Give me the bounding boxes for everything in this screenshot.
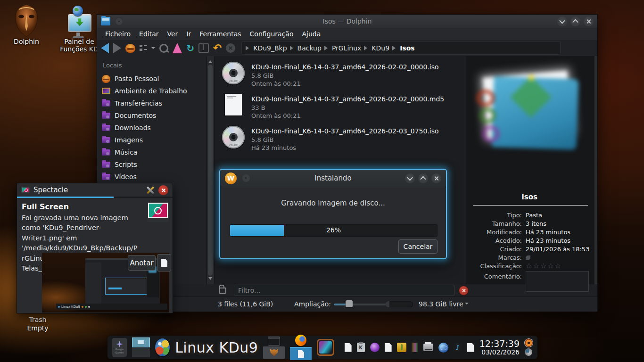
document-tray-icon[interactable] [467,343,474,352]
unlocked-padlock-icon[interactable] [219,288,226,294]
rating-stars[interactable]: ☆☆☆☆☆ [526,262,592,270]
split-view-button[interactable] [198,43,209,53]
stop-button[interactable] [226,43,235,53]
close-filter-button[interactable] [459,286,468,295]
maximize-button[interactable] [570,16,580,26]
close-button[interactable] [584,16,594,26]
configure-notification-icon[interactable] [145,186,155,194]
file-name[interactable]: KDu9-Ion-Final_K6-14-0-37_amd64_2026-02-… [251,63,439,72]
info-label-modificado: Modificado: [466,229,522,236]
menu-ferramentas[interactable]: Ferramentas [195,29,245,39]
home-button[interactable] [125,44,135,53]
dolphin-desktop-icon-label[interactable]: Dolphin [5,38,48,45]
breadcrumb-isos[interactable]: Isos [400,44,415,52]
panel-target-icon[interactable] [525,339,533,347]
sidebar-item-downloads[interactable]: Downloads [97,122,206,134]
zoom-slider-track[interactable] [334,304,387,305]
breadcrumb-backup[interactable]: Backup [297,44,322,52]
dialog-maximize-button[interactable] [418,173,428,183]
menu-ajuda[interactable]: Ajuda [298,29,325,39]
file-row[interactable]: CD-RW KDu9-Ion-Final_K6-14-0-37_amd64_20… [222,126,461,155]
application-menu-button[interactable] [155,338,170,356]
add-tag-button[interactable] [526,255,592,262]
printer-tray-icon[interactable] [423,344,433,351]
places-scrollbar[interactable] [207,56,215,284]
dialog-close-button[interactable] [431,173,441,183]
sidebar-item-musica[interactable]: Música [97,146,206,158]
launcher-google-games[interactable]: Google Games [112,338,127,357]
undo-button[interactable]: ↶ [213,43,222,53]
breadcrumb-kdu9bkp[interactable]: KDu9_Bkp [253,44,287,52]
file-date: Há 23 minutos [251,144,439,152]
back-button[interactable] [101,43,109,53]
network-tray-icon[interactable] [438,343,448,353]
dialog-titlebar[interactable]: W Instalando [220,170,446,187]
spectacle-logo-thumbnail [147,202,169,222]
refresh-button[interactable]: ↻ [186,43,194,53]
file-row[interactable]: CD-RW KDu9-Ion-Final_K6-14-0-37_amd64_20… [222,62,461,91]
file-row[interactable]: KDu9-Ion-Final_K6-14-0-37_amd64_2026-02-… [222,94,461,123]
filter-cone-button[interactable] [173,43,182,53]
view-mode-dropdown-icon[interactable] [151,47,155,51]
breadcrumb[interactable]: KDu9_Bkp Backup PrGLinux KDu9 Isos [241,41,561,55]
painel-desktop-icon-label[interactable]: Painel de Funções KD [56,38,103,53]
scroll-down-icon[interactable] [208,277,212,282]
scrollbar-thumb[interactable] [208,65,213,276]
file-name[interactable]: KDu9-Ion-Final_K6-14-0-37_amd64_2026-02-… [251,95,444,104]
menu-editar[interactable]: Editar [135,29,163,39]
zoom-slider-handle[interactable] [346,300,353,307]
desktop-1-active[interactable] [132,337,150,347]
file-name[interactable]: KDu9-Ion-Final_K6-14-0-37_amd64_2026-02-… [251,127,439,136]
forward-button[interactable] [113,43,121,53]
firefox-task-icon[interactable] [295,335,306,346]
dolphin-desktop-icon[interactable] [12,4,41,38]
menu-ficheiro[interactable]: Ficheiro [101,29,135,39]
notification-close-button[interactable] [158,185,168,195]
gimp-task-button[interactable] [263,346,285,359]
document-tray-icon[interactable] [345,343,352,352]
document-tray-icon[interactable] [385,343,392,352]
open-file-button[interactable] [157,254,171,272]
cancel-button[interactable]: Cancelar [398,239,438,254]
information-panel: Isos Tipo: Pasta Tamanho: 3 itens Modifi… [466,56,597,284]
titlebar[interactable]: Isos — Dolphin [97,15,597,28]
filter-input[interactable] [234,285,454,296]
canister-tray-icon[interactable] [412,343,418,352]
breadcrumb-kdu9[interactable]: KDu9 [372,44,389,52]
audio-tray-icon[interactable]: ♪ [454,343,462,352]
search-button[interactable] [159,44,168,53]
terminal-task-icon[interactable] [268,337,280,346]
menu-ir[interactable]: Ir [182,29,195,39]
digital-clock[interactable]: 12:37:39 03/02/2026 [479,339,520,356]
sidebar-item-imagens[interactable]: Imagens [97,134,206,146]
media-center-task-icon[interactable] [317,339,334,356]
clipboard-tray-icon[interactable]: K [357,343,365,352]
info-label-tipo: Tipo: [466,212,522,219]
sidebar-item-videos[interactable]: Vídeos [97,171,206,183]
sidebar-item-pasta-pessoal[interactable]: Pasta Pessoal [97,73,206,85]
desktop-2[interactable] [132,348,150,357]
sidebar-item-ambiente[interactable]: Ambiente de Trabalho [97,85,206,97]
annotate-button[interactable]: Anotar [128,255,156,271]
menu-ver[interactable]: Ver [163,29,182,39]
purple-orb-tray-icon[interactable] [370,343,380,352]
dialog-minimize-button[interactable] [405,173,415,183]
minimize-button[interactable] [557,16,567,26]
scroll-up-icon[interactable] [208,58,212,63]
drive-tray-icon[interactable] [397,343,406,352]
virtual-desktop-pager[interactable] [132,337,150,357]
breadcrumb-separator-icon [246,46,251,50]
breadcrumb-prglinux[interactable]: PrGLinux [332,44,362,52]
sidebar-item-transferencias[interactable]: Transferências [97,97,206,109]
window-title: Isos — Dolphin [97,17,597,25]
trash-desktop-icon-label[interactable]: Trash Empty [19,315,57,332]
active-document-task-button[interactable] [290,347,312,360]
sidebar-item-scripts[interactable]: Scripts [97,158,206,171]
painel-desktop-icon[interactable] [66,7,91,37]
panel-dial-icon[interactable] [525,348,532,356]
menu-configuracao[interactable]: Configuração [246,29,298,39]
info-panel-scrollbar[interactable] [594,56,597,284]
free-space-label[interactable]: 98.3 GiB livre [419,300,469,308]
view-mode-button[interactable] [140,45,147,51]
sidebar-item-documentos[interactable]: Documentos [97,109,206,122]
